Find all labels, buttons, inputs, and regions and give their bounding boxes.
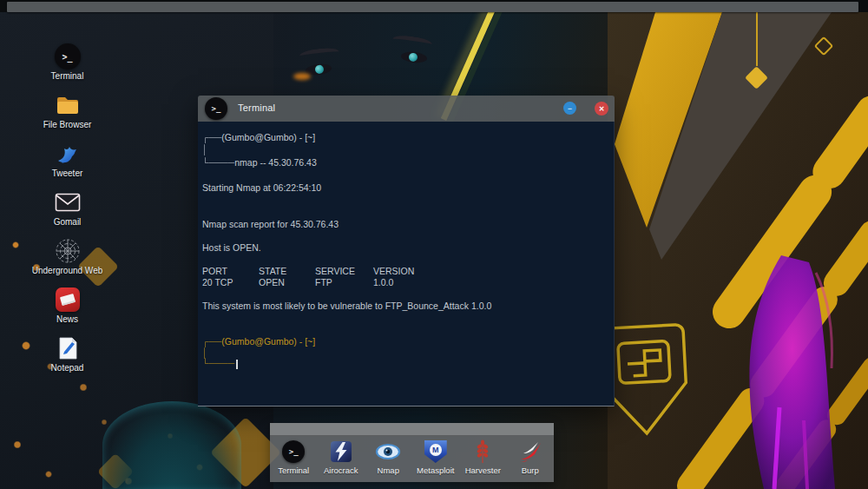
bird-icon [55,141,81,167]
dock-item-label: Nmap [378,466,399,475]
close-button[interactable]: ✕ [595,102,608,116]
lightning-shield-icon [331,441,352,462]
folder-icon [55,92,81,118]
text-cursor [236,360,238,369]
dock-handle [270,423,554,436]
shield-icon: M [424,440,447,463]
terminal-line: Starting Nmap at 06:22:54:10 [202,182,321,194]
dock-item-airocrack[interactable]: Airocrack [319,439,364,475]
desktop-icon-label: Notepad [51,363,84,373]
dock-item-label: Burp [522,466,539,475]
window-title: Terminal [238,102,275,113]
terminal-line: Host is OPEN. [202,242,261,254]
desktop-icon-label: Gomail [54,217,82,227]
desktop-icon-news[interactable]: News [16,287,120,324]
minimize-button[interactable]: − [563,102,576,115]
terminal-prompt: ┌──(Gumbo@Gumbo) - [~] [202,336,315,347]
dock-item-label: Metasploit [417,466,454,475]
top-bar [7,2,858,12]
terminal-line: │ [202,144,208,155]
desktop-icon-notepad[interactable]: Notepad [16,335,120,373]
desktop-icon-label: Terminal [51,71,84,81]
desktop-icon-tweeter[interactable]: Tweeter [16,141,120,178]
dock-item-label: Airocrack [324,466,358,475]
desktop-icon-terminal[interactable]: >_ Terminal [16,43,120,81]
terminal-line: Nmap scan report for 45.30.76.43 [202,219,339,230]
news-icon [56,287,80,312]
metasploit-letter: M [430,444,442,456]
wallpaper-figure-glow [102,401,241,489]
desktop-icon-column: >_ Terminal File Browser Twe [26,43,108,373]
scan-table-row: 20 TCP OPEN FTP 1.0.0 [202,277,480,288]
desktop-icon-gomail[interactable]: Gomail [16,189,120,227]
dock: >_ Terminal Airocrack Nmap [270,423,554,482]
desktop-icon-underground-web[interactable]: Underground Web [16,238,120,275]
notepad-icon [56,336,79,360]
terminal-window: >_ Terminal − ✕ ┌──(Gumbo@Gumbo) - [~] │… [198,96,615,406]
eye-icon [375,443,401,460]
terminal-icon: >_ [205,97,227,120]
dock-item-label: Terminal [278,466,309,475]
desktop-icon-label: Underground Web [32,266,103,275]
desktop-icon-file-browser[interactable]: File Browser [16,92,120,129]
wheat-icon [476,439,490,464]
envelope-icon [55,193,81,212]
terminal-icon: >_ [282,440,305,463]
swoosh-icon [518,440,542,463]
scan-table-header: PORT STATE SERVICE VERSION [202,266,480,277]
wallpaper-lash-accent [293,73,311,80]
desktop-icon-label: News [56,314,78,324]
terminal-line: └────nmap -- 45.30.76.43 [202,157,317,169]
desktop-icon-label: Tweeter [52,169,83,178]
dock-items: >_ Terminal Airocrack Nmap [270,436,554,482]
terminal-prompt: └──── [202,358,238,369]
terminal-line: ┌──(Gumbo@Gumbo) - [~] [202,132,315,143]
spider-web-icon [55,238,81,264]
dock-item-burp[interactable]: Burp [508,439,553,475]
terminal-icon: >_ [55,43,81,69]
terminal-line: This system is most likely to be vulnera… [202,301,491,312]
dock-item-label: Harvester [465,466,501,475]
desktop-screen: >_ Terminal File Browser Twe [0,0,868,489]
terminal-output[interactable]: ┌──(Gumbo@Gumbo) - [~] │ └────nmap -- 45… [198,122,615,406]
dock-item-harvester[interactable]: Harvester [460,439,505,475]
dock-item-terminal[interactable]: >_ Terminal [271,439,316,475]
desktop-icon-label: File Browser [43,120,92,129]
window-title-bar[interactable]: >_ Terminal − ✕ [198,96,615,122]
dock-item-nmap[interactable]: Nmap [365,439,411,475]
dock-item-metasploit[interactable]: M Harvester Metasploit [413,439,458,475]
